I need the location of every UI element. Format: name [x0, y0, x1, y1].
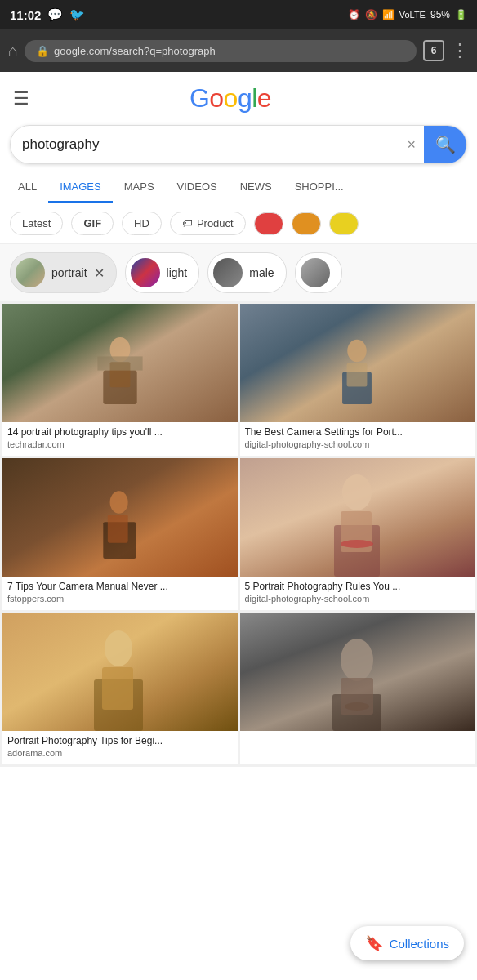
filter-product[interactable]: 🏷 Product	[170, 212, 246, 235]
result-2-image	[240, 304, 475, 422]
svg-rect-8	[347, 363, 368, 386]
result-3[interactable]: 7 Tips Your Camera Manual Never ... fsto…	[2, 458, 238, 610]
pill-portrait[interactable]: portrait ✕	[10, 252, 117, 293]
result-5-source: adorama.com	[7, 748, 233, 758]
result-4-title: 5 Portrait Photography Rules You ...	[245, 581, 470, 592]
battery: 95%	[430, 9, 450, 20]
pill-portrait-thumb	[16, 258, 45, 287]
result-1-image	[2, 304, 238, 422]
result-6-image	[240, 612, 475, 731]
tag-icon: 🏷	[182, 217, 193, 229]
result-1[interactable]: 14 portrait photography tips you'll ... …	[2, 304, 238, 456]
clear-button[interactable]: ×	[399, 136, 424, 154]
result-2-title: The Best Camera Settings for Port...	[245, 426, 470, 438]
result-2-source: digital-photography-school.com	[245, 439, 470, 449]
pill-light-thumb	[131, 258, 160, 287]
lock-icon: 🔒	[36, 45, 49, 57]
svg-point-23	[341, 639, 373, 681]
search-box-wrap: × 🔍	[0, 120, 477, 172]
filter-color-yellow[interactable]	[329, 212, 359, 235]
battery-icon: 🔋	[455, 9, 467, 20]
tab-all[interactable]: ALL	[7, 172, 48, 203]
search-button[interactable]: 🔍	[424, 126, 466, 163]
address-bar: ⌂ 🔒 google.com/search?q=photograph 6 ⋮	[0, 29, 477, 72]
filter-latest-label: Latest	[22, 217, 51, 229]
pill-light[interactable]: light	[125, 252, 200, 293]
signal-icon: VoLTE	[399, 10, 426, 20]
result-4[interactable]: 5 Portrait Photography Rules You ... dig…	[240, 458, 475, 610]
pill-male[interactable]: male	[207, 252, 286, 293]
twitter-icon: 🐦	[69, 7, 85, 22]
whatsapp-icon: 💬	[47, 7, 63, 22]
tab-count[interactable]: 6	[423, 40, 444, 61]
result-4-image	[240, 458, 475, 577]
menu-dots[interactable]: ⋮	[451, 40, 469, 61]
url-box[interactable]: 🔒 google.com/search?q=photograph	[25, 40, 417, 62]
pill-light-label: light	[167, 266, 188, 279]
filter-product-label: Product	[197, 217, 234, 229]
pill-extra-thumb	[301, 258, 330, 287]
svg-rect-21	[102, 667, 133, 710]
filter-hd[interactable]: HD	[122, 212, 162, 235]
tab-shopping[interactable]: SHOPPI...	[283, 172, 355, 203]
result-4-source: digital-photography-school.com	[245, 594, 470, 604]
svg-point-17	[341, 540, 373, 548]
result-3-image	[2, 458, 238, 577]
alarm-icon: ⏰	[348, 9, 360, 20]
mute-icon: 🔕	[365, 9, 377, 20]
tab-news[interactable]: NEWS	[229, 172, 283, 203]
svg-point-10	[109, 491, 127, 514]
pill-portrait-label: portrait	[51, 266, 87, 279]
filter-gif-label: GIF	[83, 217, 101, 229]
time: 11:02	[10, 8, 41, 22]
search-tabs: ALL IMAGES MAPS VIDEOS NEWS SHOPPI...	[0, 172, 477, 203]
result-1-source: techradar.com	[7, 439, 233, 449]
status-bar: 11:02 💬 🐦 ⏰ 🔕 📶 VoLTE 95% 🔋	[0, 0, 477, 29]
svg-point-26	[345, 702, 369, 710]
result-1-title: 14 portrait photography tips you'll ...	[7, 426, 233, 438]
result-3-source: fstoppers.com	[7, 594, 233, 604]
result-5[interactable]: Portrait Photography Tips for Begi... ad…	[2, 612, 238, 764]
filter-color-red[interactable]	[254, 212, 283, 235]
search-box: × 🔍	[10, 125, 467, 164]
suggestion-pills: portrait ✕ light male	[0, 244, 477, 301]
svg-rect-4	[97, 356, 142, 370]
filter-hd-label: HD	[134, 217, 149, 229]
filter-color-orange[interactable]	[292, 212, 321, 235]
search-icon: 🔍	[435, 135, 456, 154]
result-5-title: Portrait Photography Tips for Begi...	[7, 735, 233, 746]
google-header: ☰ Google	[0, 72, 477, 120]
image-grid: 14 portrait photography tips you'll ... …	[0, 301, 477, 767]
tab-videos[interactable]: VIDEOS	[166, 172, 229, 203]
google-logo: Google	[189, 83, 271, 114]
svg-point-14	[342, 474, 372, 510]
hamburger-menu[interactable]: ☰	[13, 88, 29, 109]
pill-extra[interactable]	[295, 252, 342, 293]
pill-male-label: male	[249, 266, 274, 279]
search-input[interactable]	[11, 128, 399, 161]
filter-latest[interactable]: Latest	[10, 212, 63, 235]
result-3-title: 7 Tips Your Camera Manual Never ...	[7, 581, 233, 592]
pill-male-thumb	[213, 258, 243, 287]
result-6[interactable]	[240, 612, 475, 764]
url-text: google.com/search?q=photograph	[54, 45, 405, 57]
tab-images[interactable]: IMAGES	[48, 172, 113, 203]
pill-portrait-close[interactable]: ✕	[94, 265, 105, 281]
home-button[interactable]: ⌂	[8, 42, 18, 60]
svg-point-6	[348, 339, 367, 362]
svg-rect-12	[108, 514, 128, 542]
result-5-image	[2, 612, 238, 731]
filter-bar: Latest GIF HD 🏷 Product	[0, 203, 477, 244]
filter-gif[interactable]: GIF	[71, 212, 114, 235]
svg-point-19	[105, 630, 132, 666]
wifi-icon: 📶	[382, 9, 395, 20]
result-2[interactable]: The Best Camera Settings for Port... dig…	[240, 304, 475, 456]
tab-maps[interactable]: MAPS	[113, 172, 166, 203]
